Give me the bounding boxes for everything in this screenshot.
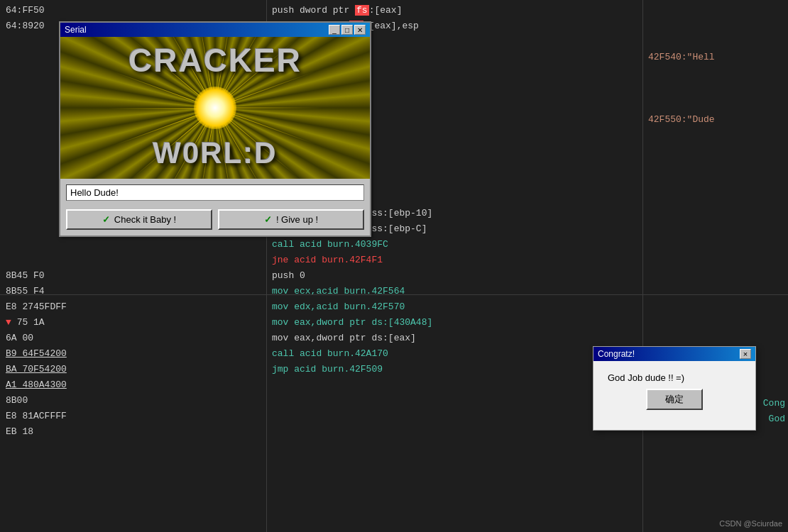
debug-line: ▼ 75 1A [6,315,261,331]
debug-line: 42F540:"Hell [648,50,782,65]
debug-line: 8B00 [6,393,261,409]
close-button[interactable]: ✕ [354,25,366,35]
cracker-world-text: W0RL:D [60,138,370,168]
right-partial-cong: Cong [763,396,788,411]
check-icon-2: ✓ [264,214,272,225]
debug-line: push 0 [272,268,637,284]
debug-line: 64:FF50 [6,3,261,18]
congratz-title: Congratz! [598,349,635,359]
watermark: CSDN @Sciurdae [719,519,782,528]
debug-line: 6A 00 [6,331,261,346]
debug-line: E8 81ACFFFF [6,409,261,424]
debug-line: mov edx,acid burn.42F570 [272,299,637,315]
debug-line: B9 64F54200 [6,346,261,362]
debug-line: mov ecx,acid burn.42F564 [272,284,637,299]
horizontal-divider [0,294,788,295]
debug-line: 8B45 F0 [6,268,261,284]
congratz-message: God Job dude !! =) [608,372,741,383]
debug-line: EB 18 [6,424,261,440]
check-icon: ✓ [102,214,110,225]
check-baby-label: Check it Baby ! [114,214,176,225]
check-baby-button[interactable]: ✓ Check it Baby ! [66,209,212,230]
titlebar-buttons: _ □ ✕ [329,25,366,35]
vertical-divider-2 [642,0,643,532]
debug-line: 8B55 F4 [6,284,261,299]
minimize-button[interactable]: _ [329,25,340,35]
debug-line: jne acid burn.42F4F1 [272,253,637,268]
debug-line: jmp acid burn.42F509 [272,362,637,377]
right-partial-god: God [769,411,788,427]
debug-line: mov eax,dword ptr ds:[eax] [272,331,637,346]
cracker-input-area [60,179,370,206]
give-up-button[interactable]: ✓ ! Give up ! [218,209,364,230]
congratz-titlebar: Congratz! × [593,347,755,361]
col-right: 42F540:"Hell 42F550:"Dude [642,0,788,532]
debug-line: mov eax,dword ptr ds:[430A48] [272,315,637,331]
congratz-body: God Job dude !! =) 确定 [593,361,755,430]
cracker-image: CRACKER W0RL:D [60,37,370,179]
debug-line: call acid burn.42A170 [272,346,637,362]
cracker-title: Serial [65,25,87,35]
debug-line: 42F550:"Dude [648,112,782,128]
debug-line: E8 2745FDFF [6,299,261,315]
congratz-ok-button[interactable]: 确定 [646,389,703,410]
debug-line: BA 70F54200 [6,362,261,377]
congratz-close-button[interactable]: × [740,349,751,359]
maximize-button[interactable]: □ [341,25,353,35]
cracker-buttons-row: ✓ Check it Baby ! ✓ ! Give up ! [60,206,370,235]
cracker-titlebar: Serial _ □ ✕ [60,23,370,37]
debug-line: call acid burn.4039FC [272,237,637,253]
cracker-title-text: CRACKER [60,44,370,77]
congratz-dialog: Congratz! × God Job dude !! =) 确定 [593,346,756,431]
center-glow [194,87,236,129]
debug-line: A1 480A4300 [6,377,261,393]
give-up-label: ! Give up ! [276,214,318,225]
serial-input[interactable] [66,184,364,201]
cracker-app-window: Serial _ □ ✕ [59,21,371,237]
debug-line: push dword ptr fs:[eax] [272,3,637,18]
